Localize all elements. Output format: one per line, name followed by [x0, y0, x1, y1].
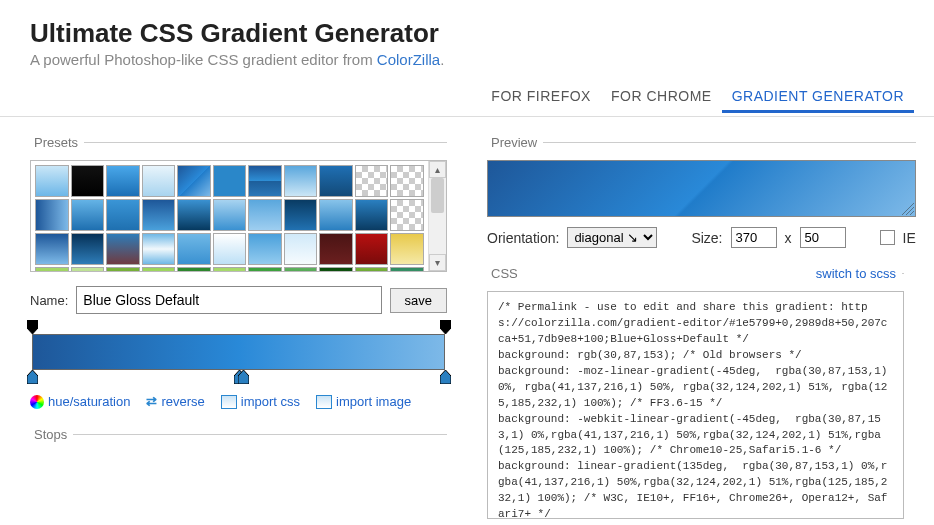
preset-swatch[interactable] [355, 267, 389, 271]
preset-swatch[interactable] [284, 267, 318, 271]
preset-swatch[interactable] [35, 233, 69, 265]
opacity-stop-handle[interactable] [27, 320, 38, 334]
preset-swatch[interactable] [390, 165, 424, 197]
preview-box [487, 160, 916, 217]
import-image-action[interactable]: import image [316, 394, 411, 409]
preset-swatch[interactable] [284, 233, 318, 265]
color-stop-handle[interactable] [440, 370, 451, 384]
preset-swatch[interactable] [248, 267, 282, 271]
stops-legend: Stops [30, 427, 73, 442]
size-height-input[interactable] [800, 227, 846, 248]
preset-swatch[interactable] [177, 267, 211, 271]
reverse-icon: ⇄ [146, 394, 157, 409]
preview-legend: Preview [487, 135, 543, 150]
presets-legend: Presets [30, 135, 84, 150]
preset-swatch[interactable] [106, 267, 140, 271]
preset-swatch[interactable] [319, 199, 353, 231]
reverse-action[interactable]: ⇄ reverse [146, 394, 204, 409]
preset-swatch[interactable] [284, 165, 318, 197]
page-subtitle: A powerful Photoshop-like CSS gradient e… [30, 51, 904, 68]
preset-swatch[interactable] [248, 199, 282, 231]
preset-swatch[interactable] [35, 267, 69, 271]
orientation-label: Orientation: [487, 230, 559, 246]
preset-swatch[interactable] [390, 199, 424, 231]
presets-scrollbar[interactable]: ▴ ▾ [428, 161, 446, 271]
name-label: Name: [30, 293, 68, 308]
save-button[interactable]: save [390, 288, 447, 313]
preset-swatch[interactable] [390, 233, 424, 265]
preset-swatch[interactable] [319, 233, 353, 265]
preset-swatch[interactable] [319, 165, 353, 197]
gradient-slider[interactable] [32, 334, 445, 370]
preset-swatch[interactable] [106, 199, 140, 231]
hue-icon [30, 395, 44, 409]
tab-gradient-generator[interactable]: GRADIENT GENERATOR [722, 84, 914, 113]
scroll-up-button[interactable]: ▴ [429, 161, 446, 178]
css-output[interactable]: /* Permalink - use to edit and share thi… [487, 291, 904, 519]
color-stop-handle[interactable] [238, 370, 249, 384]
preset-swatch[interactable] [213, 233, 247, 265]
preset-swatch[interactable] [35, 199, 69, 231]
orientation-select[interactable]: diagonal ↘ [567, 227, 657, 248]
tab-for-firefox[interactable]: FOR FIREFOX [481, 84, 601, 110]
preset-swatch[interactable] [35, 165, 69, 197]
size-label: Size: [691, 230, 722, 246]
gradient-bar[interactable] [32, 334, 445, 370]
preset-swatch[interactable] [390, 267, 424, 271]
preset-swatch[interactable] [142, 165, 176, 197]
preset-swatch[interactable] [284, 199, 318, 231]
preset-swatch[interactable] [71, 233, 105, 265]
preset-swatch[interactable] [142, 233, 176, 265]
ie-label: IE [903, 230, 916, 246]
opacity-stop-handle[interactable] [440, 320, 451, 334]
size-x: x [785, 230, 792, 246]
preset-name-input[interactable] [76, 286, 381, 314]
import-css-icon [221, 395, 237, 409]
preset-swatch[interactable] [71, 267, 105, 271]
preset-swatch[interactable] [355, 199, 389, 231]
preset-swatch[interactable] [71, 199, 105, 231]
preset-swatch[interactable] [142, 199, 176, 231]
preset-swatch[interactable] [177, 199, 211, 231]
resize-grip-icon[interactable] [902, 203, 914, 215]
import-image-icon [316, 395, 332, 409]
preset-swatch[interactable] [319, 267, 353, 271]
preset-swatch[interactable] [142, 267, 176, 271]
preset-swatch[interactable] [106, 233, 140, 265]
preset-swatch[interactable] [71, 165, 105, 197]
scroll-down-button[interactable]: ▾ [429, 254, 446, 271]
preset-swatch[interactable] [355, 165, 389, 197]
preset-swatch[interactable] [248, 233, 282, 265]
hue-saturation-action[interactable]: hue/saturation [30, 394, 130, 409]
preset-swatch[interactable] [177, 165, 211, 197]
size-width-input[interactable] [731, 227, 777, 248]
preset-swatch[interactable] [106, 165, 140, 197]
preset-swatch[interactable] [248, 165, 282, 197]
preset-swatch[interactable] [213, 199, 247, 231]
preset-swatch[interactable] [355, 233, 389, 265]
page-title: Ultimate CSS Gradient Generator [30, 18, 904, 49]
colorzilla-link[interactable]: ColorZilla [377, 51, 440, 68]
switch-to-scss-link[interactable]: switch to scss [816, 266, 896, 281]
import-css-action[interactable]: import css [221, 394, 300, 409]
preset-swatch[interactable] [177, 233, 211, 265]
presets-box: ▴ ▾ [30, 160, 447, 272]
scroll-thumb[interactable] [431, 178, 444, 213]
color-stop-handle[interactable] [27, 370, 38, 384]
css-legend: CSS [491, 266, 518, 281]
preset-swatch[interactable] [213, 267, 247, 271]
ie-checkbox[interactable] [880, 230, 895, 245]
tab-bar: FOR FIREFOXFOR CHROMEGRADIENT GENERATOR [0, 76, 934, 117]
tab-for-chrome[interactable]: FOR CHROME [601, 84, 722, 110]
preset-swatch[interactable] [213, 165, 247, 197]
